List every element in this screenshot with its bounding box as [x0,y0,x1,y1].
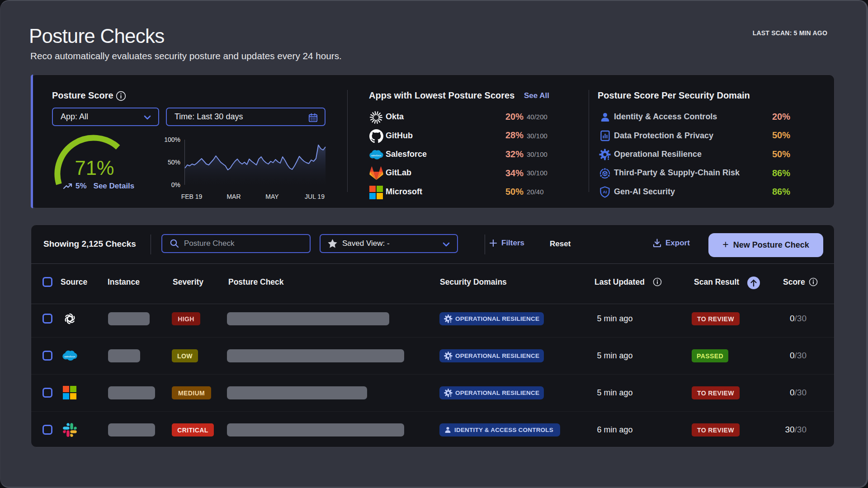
svg-text:salesforce: salesforce [371,154,382,157]
svg-text:salesforce: salesforce [64,355,75,358]
svg-text:AI: AI [603,190,607,194]
